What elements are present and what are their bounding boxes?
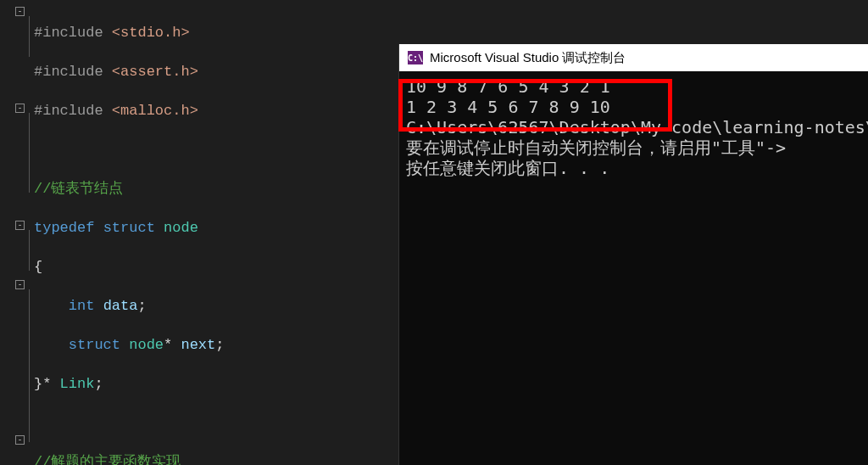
console-line: 要在调试停止时自动关闭控制台，请启用"工具"-> xyxy=(406,137,861,158)
fold-line xyxy=(29,16,30,57)
console-line: 按任意键关闭此窗口. . . xyxy=(406,158,861,178)
code-line: typedef struct node xyxy=(5,218,398,238)
fold-line xyxy=(29,113,30,193)
code-line: }* Link; xyxy=(5,374,398,394)
code-line xyxy=(5,413,398,433)
code-line: #include <assert.h> xyxy=(5,62,398,81)
vs-console-icon: C:\ xyxy=(408,51,423,64)
fold-toggle[interactable]: - xyxy=(15,280,25,289)
code-line: int data; xyxy=(5,296,398,316)
fold-line xyxy=(29,289,30,442)
code-line: //链表节结点 xyxy=(5,179,398,199)
code-editor[interactable]: #include <stdio.h> #include <assert.h> #… xyxy=(0,0,398,465)
debug-console-window[interactable]: C:\ Microsoft Visual Studio 调试控制台 10 9 8… xyxy=(398,44,868,465)
code-line: { xyxy=(5,257,398,277)
fold-toggle[interactable]: - xyxy=(15,7,25,16)
console-output: 10 9 8 7 6 5 4 3 2 11 2 3 4 5 6 7 8 9 10… xyxy=(399,71,868,183)
code-line xyxy=(5,140,398,160)
console-titlebar[interactable]: C:\ Microsoft Visual Studio 调试控制台 xyxy=(399,44,868,71)
fold-toggle[interactable]: - xyxy=(15,104,25,113)
console-title: Microsoft Visual Studio 调试控制台 xyxy=(430,50,626,66)
console-line: 1 2 3 4 5 6 7 8 9 10 xyxy=(406,97,861,117)
fold-line xyxy=(29,230,30,271)
console-line: C:\Users\62567\Desktop\My code\learning-… xyxy=(406,117,861,137)
code-line: #include <malloc.h> xyxy=(5,101,398,120)
code-line: #include <stdio.h> xyxy=(5,23,398,42)
fold-toggle[interactable]: - xyxy=(15,221,25,230)
code-line: struct node* next; xyxy=(5,335,398,355)
code-line: //解题的主要函数实现 xyxy=(5,452,398,465)
console-line: 10 9 8 7 6 5 4 3 2 1 xyxy=(406,76,861,97)
fold-toggle[interactable]: - xyxy=(15,435,25,445)
